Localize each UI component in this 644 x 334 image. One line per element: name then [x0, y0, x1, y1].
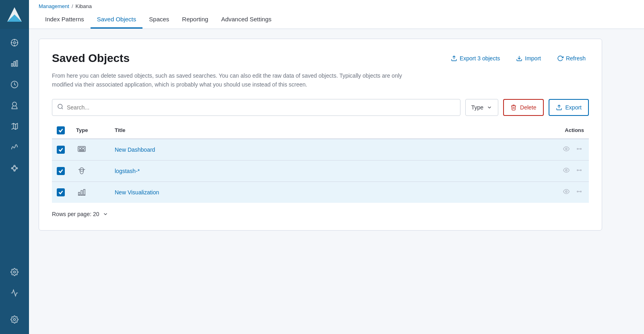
sidebar-icon-maps[interactable] [5, 117, 24, 136]
row-checkbox-col [57, 146, 70, 154]
eye-icon [563, 167, 570, 173]
breadcrumb-current: Kibana [76, 3, 92, 9]
svg-point-36 [580, 148, 582, 149]
svg-line-19 [13, 166, 14, 168]
export-objects-button[interactable]: Export 3 objects [448, 53, 503, 64]
import-label: Import [525, 55, 541, 62]
view-button[interactable] [561, 166, 571, 176]
main-content: Management / Kibana Index Patterns Saved… [29, 0, 644, 334]
sidebar-icon-discover[interactable] [5, 33, 24, 52]
sidebar-icon-canvas[interactable] [5, 96, 24, 115]
tab-reporting[interactable]: Reporting [175, 11, 215, 29]
delete-button[interactable]: Delete [503, 99, 543, 116]
svg-rect-45 [81, 190, 83, 195]
rows-per-page[interactable]: Rows per page: 20 [52, 211, 589, 217]
relationships-icon [576, 146, 582, 152]
chevron-down-icon [487, 105, 492, 110]
svg-line-21 [15, 169, 17, 170]
svg-point-42 [580, 169, 582, 171]
sidebar-icon-settings-bottom[interactable] [5, 310, 24, 329]
svg-rect-9 [14, 62, 15, 66]
relationships-button[interactable] [574, 145, 584, 155]
tab-index-patterns[interactable]: Index Patterns [39, 11, 91, 29]
sidebar-icon-visualize[interactable] [5, 54, 24, 73]
row-checkbox[interactable] [57, 167, 65, 175]
header-checkbox-col [57, 126, 70, 134]
svg-rect-32 [82, 147, 85, 149]
search-input[interactable] [67, 104, 455, 111]
relationships-button[interactable] [574, 166, 584, 176]
relationships-icon [576, 167, 582, 173]
tab-saved-objects[interactable]: Saved Objects [91, 11, 143, 29]
row-checkbox[interactable] [57, 188, 65, 196]
relationships-icon [576, 188, 582, 195]
sidebar-icon-management[interactable] [5, 262, 24, 282]
type-filter-button[interactable]: Type [465, 99, 498, 116]
checkmark-icon [58, 147, 63, 152]
visualization-link[interactable]: New Visualization [115, 189, 159, 196]
svg-rect-33 [79, 150, 85, 151]
row-checkbox[interactable] [57, 146, 65, 154]
refresh-icon [557, 55, 564, 62]
checkmark-icon [58, 169, 63, 173]
svg-point-48 [566, 191, 567, 192]
table-row: New Dashboard [52, 139, 589, 161]
delete-label: Delete [520, 104, 536, 111]
breadcrumb-separator: / [72, 3, 73, 9]
row-title: logstash-* [115, 167, 545, 175]
import-icon [516, 55, 522, 62]
view-button[interactable] [561, 145, 571, 155]
rows-chevron-icon [103, 211, 108, 217]
svg-point-41 [577, 169, 578, 171]
row-type-icon [76, 187, 108, 198]
svg-point-35 [577, 148, 578, 149]
sidebar-icon-monitoring[interactable] [5, 283, 24, 303]
card-header: Saved Objects Export 3 objects Import Re… [52, 52, 589, 65]
svg-point-27 [58, 104, 62, 109]
svg-point-34 [566, 148, 567, 150]
svg-point-23 [14, 271, 16, 273]
refresh-button[interactable]: Refresh [554, 53, 589, 64]
type-filter-label: Type [471, 104, 483, 111]
title-column-header: Title [115, 127, 545, 133]
export-label: Export [566, 104, 582, 111]
index-pattern-icon [76, 165, 87, 177]
row-actions [552, 166, 584, 176]
export-icon [451, 55, 457, 62]
search-icon [57, 103, 64, 111]
breadcrumb-management[interactable]: Management [39, 3, 69, 9]
view-button[interactable] [561, 188, 571, 197]
svg-line-22 [13, 169, 14, 170]
visualization-icon [76, 187, 87, 198]
row-actions [552, 188, 584, 197]
select-all-checkbox[interactable] [57, 126, 65, 134]
trash-icon [510, 104, 517, 111]
table-row: New Visualization [52, 182, 589, 203]
export-objects-label: Export 3 objects [460, 55, 500, 62]
export-button[interactable]: Export [549, 99, 589, 116]
row-title: New Visualization [115, 189, 545, 196]
dashboard-link[interactable]: New Dashboard [115, 146, 155, 153]
sidebar-icon-timelion[interactable] [5, 138, 24, 157]
search-box[interactable] [52, 99, 460, 116]
svg-point-50 [580, 191, 582, 192]
top-navigation: Management / Kibana Index Patterns Saved… [29, 0, 644, 29]
nav-tabs: Index Patterns Saved Objects Spaces Repo… [39, 11, 634, 29]
actions-column-header: Actions [552, 127, 584, 133]
index-pattern-link[interactable]: logstash-* [115, 168, 140, 174]
tab-advanced-settings[interactable]: Advanced Settings [215, 11, 278, 29]
svg-point-24 [14, 319, 16, 321]
svg-rect-10 [16, 61, 17, 66]
main-card: Saved Objects Export 3 objects Import Re… [39, 39, 602, 231]
relationships-button[interactable] [574, 188, 584, 197]
row-checkbox-col [57, 167, 70, 175]
tab-spaces[interactable]: Spaces [142, 11, 175, 29]
row-actions [552, 145, 584, 155]
row-title: New Dashboard [115, 146, 545, 153]
rows-per-page-label: Rows per page: 20 [52, 211, 99, 217]
sidebar-icon-dashboard[interactable] [5, 75, 24, 94]
app-logo[interactable] [0, 0, 29, 29]
import-button[interactable]: Import [513, 53, 544, 64]
svg-rect-44 [78, 192, 80, 195]
sidebar-icon-ml[interactable] [5, 159, 24, 178]
